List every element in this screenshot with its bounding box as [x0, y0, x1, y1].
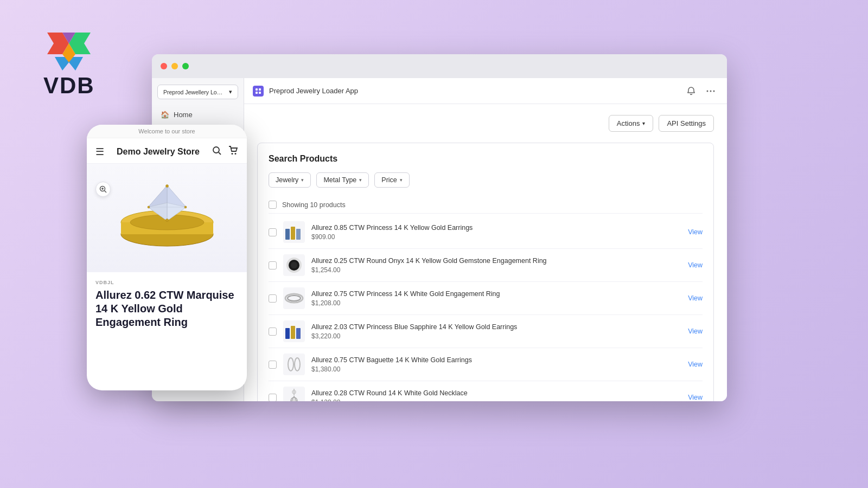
svg-point-17: [291, 262, 297, 268]
svg-rect-12: [285, 229, 290, 240]
table-row: Allurez 0.85 CTW Princess 14 K Yellow Go…: [269, 216, 703, 249]
api-settings-button-label: API Settings: [667, 119, 706, 127]
phone-store-name: Demo Jewelry Store: [117, 147, 200, 157]
phone-zoom-button[interactable]: [95, 182, 111, 197]
svg-point-50: [165, 185, 168, 188]
app-content: Actions ▾ API Settings Search Products J…: [244, 104, 727, 401]
filter-metal-type-chevron: ▾: [359, 177, 362, 183]
phone-welcome-text: Welcome to our store: [138, 128, 195, 134]
showing-text: Showing 10 products: [282, 201, 346, 209]
svg-line-35: [105, 191, 107, 193]
svg-rect-6: [259, 88, 261, 91]
product-name-5: Allurez 0.75 CTW Baguette 14 K White Gol…: [311, 356, 681, 364]
product-view-link-5[interactable]: View: [688, 361, 703, 368]
select-all-checkbox[interactable]: [269, 201, 277, 209]
product-name-6: Allurez 0.28 CTW Round 14 K White Gold N…: [311, 389, 681, 397]
product-thumb-3: [283, 287, 305, 309]
sidebar-item-home[interactable]: 🏠 Home: [152, 106, 244, 123]
traffic-light-close[interactable]: [161, 63, 167, 69]
svg-rect-14: [296, 229, 301, 240]
table-row: Allurez 2.03 CTW Princess Blue Sapphire …: [269, 315, 703, 348]
svg-point-19: [288, 296, 301, 301]
svg-rect-8: [259, 92, 261, 94]
product-thumb-1: [283, 221, 305, 243]
actions-button[interactable]: Actions ▾: [609, 115, 654, 132]
product-info-4: Allurez 2.03 CTW Princess Blue Sapphire …: [311, 323, 681, 340]
mobile-phone: Welcome to our store ☰ Demo Jewelry Stor…: [87, 125, 247, 390]
product-checkbox-2[interactable]: [269, 261, 277, 269]
filter-metal-type[interactable]: Metal Type ▾: [316, 172, 369, 188]
phone-cart-icon[interactable]: [228, 146, 238, 158]
product-name-2: Allurez 0.25 CTW Round Onyx 14 K Yellow …: [311, 256, 681, 265]
svg-point-11: [713, 90, 715, 92]
svg-rect-13: [291, 227, 295, 240]
product-checkbox-3[interactable]: [269, 294, 277, 303]
actions-chevron-icon: ▾: [642, 120, 645, 126]
product-view-link-3[interactable]: View: [688, 294, 703, 302]
product-view-link-1[interactable]: View: [688, 228, 703, 236]
svg-point-51: [165, 219, 168, 222]
product-checkbox-1[interactable]: [269, 228, 277, 236]
phone-header: ☰ Demo Jewelry Store: [87, 138, 247, 164]
more-options-button[interactable]: [703, 84, 718, 99]
app-main: Preprod Jewelry Loader App: [244, 78, 727, 401]
svg-point-30: [213, 147, 219, 153]
product-thumb-2: [283, 254, 305, 276]
product-name-4: Allurez 2.03 CTW Princess Blue Sapphire …: [311, 323, 681, 331]
product-list: Allurez 0.85 CTW Princess 14 K Yellow Go…: [269, 216, 703, 401]
svg-point-10: [710, 90, 712, 92]
svg-point-32: [231, 153, 233, 155]
svg-rect-20: [285, 328, 290, 339]
product-info-3: Allurez 0.75 CTW Princess 14 K White Gol…: [311, 290, 681, 307]
product-view-link-6[interactable]: View: [688, 394, 703, 401]
product-name-1: Allurez 0.85 CTW Princess 14 K Yellow Go…: [311, 223, 681, 232]
traffic-light-fullscreen[interactable]: [182, 63, 189, 69]
product-view-link-2[interactable]: View: [688, 261, 703, 269]
filter-jewelry[interactable]: Jewelry ▾: [269, 172, 311, 188]
table-row: Allurez 0.25 CTW Round Onyx 14 K Yellow …: [269, 249, 703, 282]
filter-jewelry-label: Jewelry: [276, 176, 298, 184]
product-price-4: $3,220.00: [311, 332, 681, 340]
store-selector[interactable]: Preprod Jewellery Loa... ▾: [157, 85, 238, 99]
svg-point-24: [295, 358, 300, 371]
filter-price[interactable]: Price ▾: [374, 172, 409, 188]
table-row: Allurez 0.75 CTW Baguette 14 K White Gol…: [269, 348, 703, 381]
product-checkbox-4[interactable]: [269, 328, 277, 336]
notification-button[interactable]: [684, 84, 699, 99]
filter-row: Jewelry ▾ Metal Type ▾ Price ▾: [269, 172, 703, 188]
phone-search-icon[interactable]: [212, 146, 222, 158]
table-row: Allurez 0.75 CTW Princess 14 K White Gol…: [269, 282, 703, 315]
browser-chrome: [152, 54, 727, 78]
svg-line-31: [219, 152, 221, 155]
actions-button-label: Actions: [617, 119, 640, 127]
product-checkbox-6[interactable]: [269, 394, 277, 402]
store-selector-label: Preprod Jewellery Loa...: [163, 89, 223, 95]
product-price-5: $1,380.00: [311, 365, 681, 373]
phone-product-sku: VDBJL: [95, 280, 238, 285]
search-section-title: Search Products: [269, 154, 703, 164]
product-price-3: $1,208.00: [311, 299, 681, 307]
svg-rect-7: [256, 92, 258, 94]
search-section: Search Products Jewelry ▾ Metal Type ▾ P…: [257, 143, 714, 401]
product-view-link-4[interactable]: View: [688, 328, 703, 335]
phone-product-image: [87, 164, 247, 272]
vdb-brand-name: VDB: [43, 73, 95, 99]
table-row: Allurez 0.28 CTW Round 14 K White Gold N…: [269, 381, 703, 401]
vdb-logo-icon: [47, 33, 91, 70]
product-price-2: $1,254.00: [311, 266, 681, 274]
app-header-title: Preprod Jewelry Loader App: [269, 87, 678, 95]
phone-product-name: Allurez 0.62 CTW Marquise 14 K Yellow Go…: [95, 288, 238, 329]
product-info-6: Allurez 0.28 CTW Round 14 K White Gold N…: [311, 389, 681, 401]
vdb-logo: VDB: [43, 33, 95, 99]
filter-jewelry-chevron: ▾: [301, 177, 304, 183]
ring-illustration: [87, 164, 247, 272]
product-checkbox-5[interactable]: [269, 361, 277, 369]
svg-point-33: [234, 153, 236, 155]
product-thumb-4: [283, 320, 305, 342]
home-icon: 🏠: [161, 110, 169, 119]
phone-menu-icon[interactable]: ☰: [95, 146, 104, 158]
traffic-light-minimize[interactable]: [171, 63, 178, 69]
product-info-2: Allurez 0.25 CTW Round Onyx 14 K Yellow …: [311, 256, 681, 274]
api-settings-button[interactable]: API Settings: [659, 115, 714, 132]
product-price-6: $1,139.00: [311, 399, 681, 401]
